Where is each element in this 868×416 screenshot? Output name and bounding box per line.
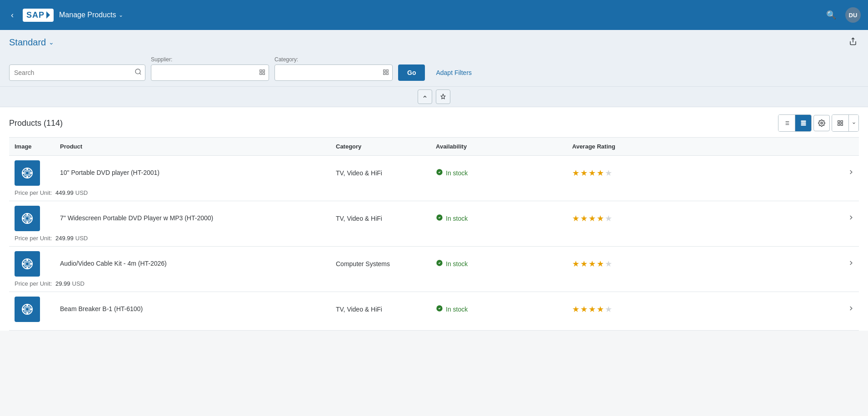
app-title-chevron-icon: ⌄ <box>119 12 123 18</box>
adapt-filters-button[interactable]: Adapt Filters <box>430 64 477 81</box>
price-currency: USD <box>75 235 88 242</box>
app-header: ‹ SAP Manage Products ⌄ 🔍 DU <box>0 0 868 30</box>
share-button[interactable] <box>847 35 859 49</box>
table-toolbar <box>778 114 859 132</box>
in-stock-icon <box>436 214 443 223</box>
star-filled: ★ <box>572 213 579 223</box>
product-name: 10" Portable DVD player (HT-2001) <box>55 168 330 178</box>
in-stock-icon <box>436 168 443 178</box>
svg-rect-5 <box>263 73 264 74</box>
availability-cell: In stock <box>430 259 567 268</box>
availability-cell: In stock <box>430 168 567 178</box>
detail-view-button[interactable] <box>795 115 811 131</box>
table-row[interactable]: Beam Breaker B-1 (HT-6100) TV, Video & H… <box>9 292 859 331</box>
svg-rect-38 <box>26 259 28 261</box>
row-navigate-button[interactable] <box>843 212 859 225</box>
export-button[interactable] <box>832 115 848 131</box>
product-category: TV, Video & HiFi <box>330 215 430 222</box>
star-half: ★ <box>597 304 604 314</box>
table-row[interactable]: Audio/Video Cable Kit - 4m (HT-2026) Com… <box>9 247 859 292</box>
rating-cell: ★★★★★ <box>567 259 843 269</box>
sap-logo: SAP <box>23 9 54 22</box>
star-filled: ★ <box>589 259 596 269</box>
search-button[interactable] <box>135 68 142 77</box>
availability-text: In stock <box>446 169 468 177</box>
supplier-filter-group: Supplier: <box>151 56 269 81</box>
svg-rect-7 <box>384 69 385 71</box>
svg-rect-9 <box>386 73 388 74</box>
go-button[interactable]: Go <box>398 64 425 81</box>
supplier-input[interactable] <box>151 64 269 81</box>
svg-rect-46 <box>23 308 24 310</box>
price-currency: USD <box>72 280 85 287</box>
svg-rect-34 <box>23 218 24 219</box>
price-per-unit-label: Price per Unit: <box>15 235 54 242</box>
table-row[interactable]: 10" Portable DVD player (HT-2001) TV, Vi… <box>9 156 859 201</box>
back-button[interactable]: ‹ <box>7 9 17 22</box>
app-title-button[interactable]: Manage Products ⌄ <box>59 11 123 19</box>
svg-rect-8 <box>386 69 388 71</box>
export-split-button <box>832 114 859 132</box>
product-image <box>15 160 40 186</box>
svg-rect-26 <box>26 168 28 170</box>
product-name: 7" Widescreen Portable DVD Player w MP3 … <box>55 214 330 223</box>
price-per-unit-label: Price per Unit: <box>15 280 54 287</box>
pin-filters-button[interactable] <box>436 89 450 104</box>
variant-label: Standard <box>9 37 46 48</box>
product-row-sub: Price per Unit: 29.99USD <box>9 278 859 292</box>
product-row-sub: Price per Unit: 449.99USD <box>9 188 859 201</box>
product-image <box>15 297 40 322</box>
availability-cell: In stock <box>430 214 567 223</box>
svg-rect-18 <box>801 123 806 124</box>
row-navigate-button[interactable] <box>843 258 859 270</box>
star-filled: ★ <box>580 168 588 178</box>
availability-cell: In stock <box>430 305 567 314</box>
sap-logo-text: SAP <box>26 10 45 20</box>
row-navigate-button[interactable] <box>843 303 859 316</box>
table-row[interactable]: 7" Widescreen Portable DVD Player w MP3 … <box>9 201 859 247</box>
rating-cell: ★★★★★ <box>567 168 843 178</box>
list-view-button[interactable] <box>778 115 795 131</box>
table-title: Products (114) <box>9 119 63 128</box>
product-name: Beam Breaker B-1 (HT-6100) <box>55 305 330 314</box>
collapse-bar <box>0 87 868 107</box>
col-product-header: Product <box>55 141 330 152</box>
price-per-unit-label: Price per Unit: <box>15 189 54 196</box>
svg-rect-22 <box>841 121 843 123</box>
availability-text: In stock <box>446 260 468 267</box>
main-content: Products (114) <box>0 107 868 331</box>
svg-rect-21 <box>838 121 840 123</box>
product-row-main: 7" Widescreen Portable DVD Player w MP3 … <box>9 201 859 233</box>
svg-line-2 <box>140 73 141 74</box>
availability-text: In stock <box>446 306 468 313</box>
svg-rect-24 <box>838 124 840 125</box>
collapse-filters-button[interactable] <box>418 89 432 104</box>
global-search-button[interactable]: 🔍 <box>823 8 840 22</box>
supplier-value-help-button[interactable] <box>259 69 265 77</box>
row-navigate-button[interactable] <box>843 167 859 179</box>
svg-rect-6 <box>260 73 262 74</box>
category-input-wrap <box>274 64 393 81</box>
svg-rect-4 <box>263 69 264 71</box>
svg-rect-35 <box>30 218 32 219</box>
svg-rect-31 <box>25 216 30 221</box>
category-input[interactable] <box>274 64 393 81</box>
variant-selector[interactable]: Standard ⌄ <box>9 37 54 48</box>
column-settings-button[interactable] <box>813 115 830 131</box>
search-input[interactable] <box>9 64 145 81</box>
svg-point-1 <box>135 69 140 74</box>
export-dropdown-button[interactable] <box>848 115 858 131</box>
svg-rect-17 <box>801 121 806 122</box>
category-label: Category: <box>274 56 393 63</box>
product-name: Audio/Video Cable Kit - 4m (HT-2026) <box>55 259 330 268</box>
svg-rect-23 <box>841 124 843 125</box>
user-avatar[interactable]: DU <box>845 7 861 23</box>
svg-rect-45 <box>26 312 28 314</box>
category-value-help-button[interactable] <box>383 69 389 77</box>
product-row-sub: Price per Unit: 249.99USD <box>9 233 859 246</box>
star-filled: ★ <box>589 304 596 314</box>
filters-row: Supplier: Category: <box>9 56 859 86</box>
product-row-main: 10" Portable DVD player (HT-2001) TV, Vi… <box>9 156 859 188</box>
svg-rect-39 <box>26 267 28 268</box>
search-field-wrap <box>9 64 145 81</box>
